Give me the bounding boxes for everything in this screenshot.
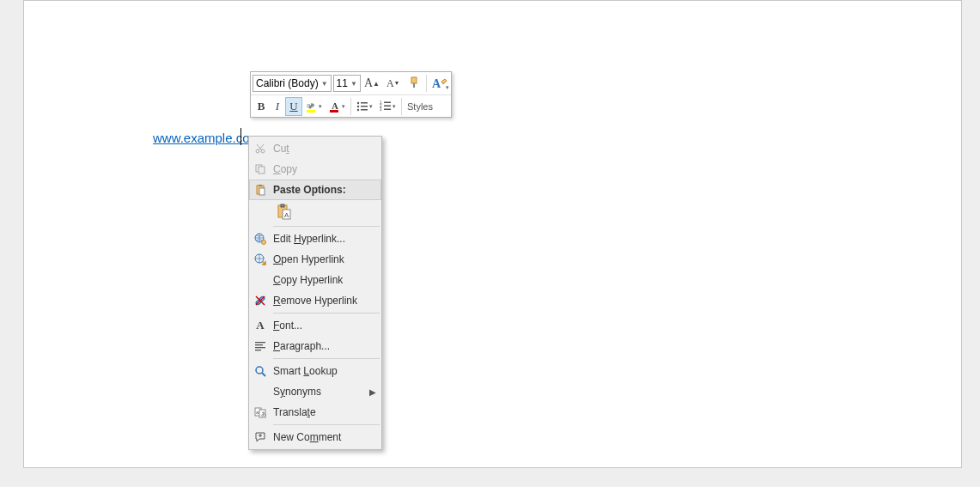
menu-copy-hyperlink[interactable]: Copy Hyperlink bbox=[249, 270, 381, 290]
globe-open-icon bbox=[253, 252, 268, 267]
menu-translate[interactable]: aあ Translate bbox=[249, 402, 381, 423]
svg-rect-12 bbox=[361, 109, 368, 111]
format-painter-button[interactable] bbox=[404, 74, 424, 93]
paste-option-row: A bbox=[249, 200, 381, 224]
svg-rect-16 bbox=[384, 105, 391, 107]
dropdown-arrow-icon: ▼ bbox=[350, 80, 357, 88]
grow-font-button[interactable]: A▲ bbox=[361, 74, 383, 93]
menu-remove-hyperlink[interactable]: Remove Hyperlink bbox=[249, 290, 381, 311]
scissors-icon bbox=[253, 141, 268, 156]
bullets-button[interactable]: ▾ bbox=[353, 97, 376, 116]
numbering-button[interactable]: 1 2 3 ▾ bbox=[376, 97, 399, 116]
underline-button[interactable]: U bbox=[285, 97, 302, 116]
copy-icon bbox=[253, 161, 268, 177]
chevron-right-icon: ▶ bbox=[369, 387, 376, 397]
svg-point-11 bbox=[357, 108, 359, 110]
svg-point-7 bbox=[357, 101, 359, 103]
svg-rect-24 bbox=[259, 167, 265, 173]
styles-button[interactable]: A ▾ bbox=[429, 77, 449, 89]
svg-rect-10 bbox=[361, 106, 368, 107]
italic-button[interactable]: I bbox=[270, 97, 285, 116]
highlight-icon: ab bbox=[306, 100, 318, 113]
comment-icon bbox=[253, 429, 268, 445]
font-color-button[interactable]: A ▾ bbox=[326, 97, 349, 116]
svg-point-43 bbox=[256, 367, 263, 374]
font-a-icon: A bbox=[253, 318, 268, 333]
styles-label: Styles bbox=[405, 101, 435, 112]
font-name-combo[interactable]: Calibri (Body) ▼ bbox=[253, 75, 332, 92]
svg-line-44 bbox=[262, 373, 265, 376]
svg-point-33 bbox=[262, 240, 266, 245]
menu-cut[interactable]: Cut bbox=[249, 138, 381, 159]
menu-paste-options[interactable]: Paste Options: bbox=[249, 180, 381, 200]
svg-rect-0 bbox=[411, 77, 417, 83]
menu-font[interactable]: A Font... bbox=[249, 315, 381, 336]
blank-icon bbox=[253, 384, 268, 399]
svg-text:A: A bbox=[284, 211, 289, 219]
svg-rect-8 bbox=[361, 102, 368, 104]
context-menu: Cut Copy Paste Options: A bbox=[248, 136, 382, 450]
svg-text:あ: あ bbox=[261, 411, 266, 417]
svg-rect-26 bbox=[259, 185, 262, 186]
menu-smart-lookup[interactable]: Smart Lookup bbox=[249, 361, 381, 381]
paste-icon bbox=[253, 182, 268, 198]
mini-toolbar: Calibri (Body) ▼ 11 ▼ A▲ A▼ bbox=[250, 71, 452, 118]
paste-keep-text-button[interactable]: A bbox=[273, 202, 295, 222]
font-size-value: 11 bbox=[337, 77, 348, 89]
clipboard-text-icon: A bbox=[276, 204, 293, 221]
svg-point-9 bbox=[357, 105, 359, 107]
styles-icon: A bbox=[430, 77, 447, 89]
blank-icon bbox=[253, 272, 268, 288]
paragraph-icon bbox=[253, 338, 268, 354]
bold-button[interactable]: B bbox=[253, 97, 270, 116]
svg-text:3: 3 bbox=[380, 107, 382, 112]
paintbrush-icon bbox=[407, 76, 421, 90]
text-cursor bbox=[240, 128, 241, 145]
menu-copy[interactable]: Copy bbox=[249, 159, 381, 180]
font-name-value: Calibri (Body) bbox=[256, 77, 319, 89]
hyperlink-text[interactable]: www.example.com bbox=[153, 131, 260, 145]
svg-rect-1 bbox=[413, 83, 415, 88]
menu-synonyms[interactable]: Synonyms ▶ bbox=[249, 381, 381, 402]
menu-paragraph[interactable]: Paragraph... bbox=[249, 336, 381, 356]
svg-text:ab: ab bbox=[307, 101, 314, 109]
globe-link-icon bbox=[253, 231, 268, 247]
svg-rect-14 bbox=[384, 101, 391, 103]
remove-link-icon bbox=[253, 293, 268, 308]
svg-rect-29 bbox=[281, 204, 284, 207]
svg-rect-39 bbox=[255, 342, 265, 343]
bullets-icon bbox=[356, 100, 368, 113]
menu-edit-hyperlink[interactable]: Edit Hyperlink... bbox=[249, 228, 381, 249]
shrink-font-button[interactable]: A▼ bbox=[383, 74, 404, 93]
font-color-icon: A bbox=[329, 100, 341, 113]
svg-rect-4 bbox=[307, 110, 315, 113]
svg-text:A: A bbox=[332, 100, 338, 111]
menu-open-hyperlink[interactable]: Open Hyperlink bbox=[249, 249, 381, 270]
font-size-combo[interactable]: 11 ▼ bbox=[333, 75, 361, 92]
svg-text:A: A bbox=[432, 77, 441, 89]
translate-icon: aあ bbox=[253, 405, 268, 420]
document-page: www.example.com Calibri (Body) ▼ 11 ▼ A▲… bbox=[23, 0, 962, 468]
highlight-color-button[interactable]: ab ▾ bbox=[302, 97, 326, 116]
numbering-icon: 1 2 3 bbox=[380, 100, 392, 113]
svg-rect-18 bbox=[384, 108, 391, 110]
magnifier-icon bbox=[253, 363, 268, 379]
svg-rect-40 bbox=[255, 344, 263, 345]
svg-rect-6 bbox=[330, 110, 338, 113]
svg-rect-42 bbox=[255, 350, 261, 350]
svg-rect-41 bbox=[255, 347, 265, 348]
menu-new-comment[interactable]: New Comment bbox=[249, 427, 381, 447]
svg-rect-27 bbox=[259, 188, 265, 195]
dropdown-arrow-icon: ▼ bbox=[321, 80, 328, 88]
